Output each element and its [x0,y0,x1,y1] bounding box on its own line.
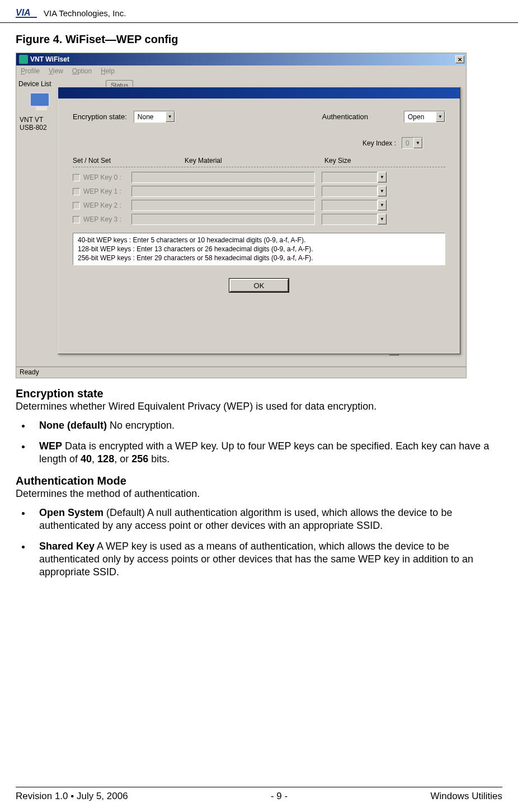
menu-view[interactable]: View [49,67,63,75]
chevron-down-icon: ▼ [378,172,387,182]
wep-key-1-checkbox [73,188,80,195]
wep-key-row-2: WEP Key 2 : ▼ [73,200,445,211]
device-icon[interactable] [30,92,53,112]
page-footer: Revision 1.0 • July 5, 2006 - 9 - Window… [16,787,502,802]
footer-right: Windows Utilities [431,791,502,802]
wep-info-box: 40-bit WEP keys : Enter 5 characters or … [73,233,445,265]
wep-key-1-input [131,186,315,197]
ok-button[interactable]: OK [229,279,289,292]
key-index-combo: 0 ▼ [402,137,423,149]
wep-key-0-input [131,172,315,183]
menu-profile[interactable]: Profile [21,67,40,75]
company-name: VIA Technologies, Inc. [44,8,126,18]
device-list-label: Device List [18,80,51,88]
wep-key-2-checkbox [73,202,80,209]
app-window: VNT WiFiset ✕ Profile View Option Help D… [16,53,467,378]
column-headers: Set / Not Set Key Material Key Size [73,157,445,165]
device-name: VNT VT USB-802 [20,116,47,132]
wep-key-0-size [322,172,378,183]
encryption-state-combo[interactable]: None ▼ [134,111,175,123]
auth-desc: Determines the method of authentication. [16,487,502,500]
page-content: Figure 4. WiFiset—WEP config VNT WiFiset… [0,33,518,579]
svg-rect-1 [16,17,37,18]
list-item: None (default) No encryption. [31,419,502,432]
encryption-list: None (default) No encryption. WEP Data i… [16,419,502,466]
figure-title: Figure 4. WiFiset—WEP config [16,33,502,46]
close-icon[interactable]: ✕ [455,55,464,63]
authentication-label: Authentication [322,112,368,121]
wep-config-dialog: Encryption state: None ▼ Authentication … [58,87,460,354]
encryption-desc: Determines whether Wired Equivalent Priv… [16,400,502,412]
chevron-down-icon[interactable]: ▼ [166,111,175,122]
chevron-down-icon: ▼ [378,200,387,210]
encryption-heading: Encryption state [16,387,502,400]
chevron-down-icon: ▼ [413,138,422,148]
window-titlebar: VNT WiFiset ✕ [16,53,466,65]
wep-key-row-1: WEP Key 1 : ▼ [73,186,445,197]
footer-left: Revision 1.0 • July 5, 2006 [16,791,128,802]
list-item: Open System (Default) A null authenticat… [31,506,502,532]
wep-key-3-size [322,214,378,225]
via-logo: VIA [16,7,40,19]
wep-key-3-input [131,214,315,225]
list-item: WEP Data is encrypted with a WEP key. Up… [31,440,502,466]
chevron-down-icon: ▼ [378,214,387,224]
footer-center: - 9 - [271,791,288,802]
app-icon [19,55,28,64]
menu-option[interactable]: Option [72,67,92,75]
window-title: VNT WiFiset [30,55,69,63]
dialog-titlebar [58,87,460,98]
wep-key-2-size [322,200,378,211]
page-header: VIA VIA Technologies, Inc. [0,0,518,23]
menubar: Profile View Option Help [16,65,466,77]
wep-key-row-0: WEP Key 0 : ▼ [73,172,445,183]
wep-key-0-checkbox [73,174,80,181]
list-item: Shared Key A WEP key is used as a means … [31,540,502,579]
chevron-down-icon: ▼ [378,186,387,196]
auth-list: Open System (Default) A null authenticat… [16,506,502,579]
divider [73,167,445,167]
encryption-state-label: Encryption state: [73,112,127,121]
svg-text:VIA: VIA [16,8,31,17]
key-index-label: Key Index : [362,139,396,147]
menu-help[interactable]: Help [101,67,115,75]
wep-key-row-3: WEP Key 3 : ▼ [73,214,445,225]
authentication-combo[interactable]: Open ▼ [404,111,445,123]
chevron-down-icon[interactable]: ▼ [436,111,445,122]
auth-heading: Authentication Mode [16,475,502,487]
wep-key-2-input [131,200,315,211]
status-bar: Ready [16,367,466,378]
wep-key-3-checkbox [73,216,80,223]
wep-key-1-size [322,186,378,197]
